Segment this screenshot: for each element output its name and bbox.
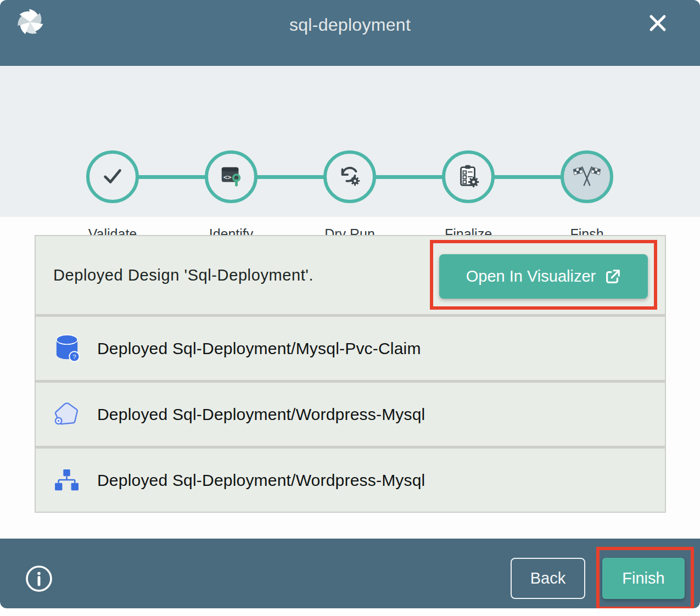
result-row-wordpress-mysql-component: Deployed Sql-Deployment/Wordpress-Mysql bbox=[36, 380, 665, 446]
database-icon: ? bbox=[54, 334, 80, 363]
result-item-text: Deployed Sql-Deployment/Mysql-Pvc-Claim bbox=[97, 339, 421, 358]
step-validate-design[interactable] bbox=[86, 150, 139, 203]
step-finalize-deployment[interactable] bbox=[442, 150, 495, 203]
finish-button[interactable]: Finish bbox=[602, 558, 685, 599]
svg-text:<>: <> bbox=[223, 173, 232, 181]
sitemap-hierarchy-icon bbox=[54, 469, 80, 492]
external-link-icon bbox=[604, 268, 621, 285]
back-button[interactable]: Back bbox=[511, 558, 585, 599]
step-dry-run[interactable] bbox=[323, 150, 376, 203]
code-config-icon: <> bbox=[219, 163, 244, 191]
check-icon bbox=[100, 163, 125, 191]
result-item-text: Deployed Sql-Deployment/Wordpress-Mysql bbox=[97, 471, 425, 490]
close-icon[interactable] bbox=[646, 12, 669, 35]
open-in-visualizer-label: Open In Visualizer bbox=[466, 267, 596, 285]
info-icon[interactable] bbox=[25, 564, 53, 593]
open-in-visualizer-button[interactable]: Open In Visualizer bbox=[439, 254, 648, 299]
step-identify-environments[interactable]: <> bbox=[205, 150, 257, 203]
result-row-wordpress-mysql-hierarchy: Deployed Sql-Deployment/Wordpress-Mysql bbox=[36, 446, 665, 512]
modal-header: sql-deployment bbox=[0, 0, 700, 66]
svg-text:?: ? bbox=[72, 353, 76, 360]
wizard-stepper: <> bbox=[0, 66, 700, 217]
pentagon-component-icon bbox=[54, 402, 80, 427]
result-row-mysql-pvc-claim: ? Deployed Sql-Deployment/Mysql-Pvc-Clai… bbox=[36, 314, 665, 380]
result-item-text: Deployed Sql-Deployment/Wordpress-Mysql bbox=[97, 405, 425, 424]
meshery-logo-icon bbox=[15, 7, 45, 37]
modal-footer bbox=[0, 539, 700, 608]
dry-run-sync-gear-icon bbox=[337, 163, 362, 191]
clipboard-gear-icon bbox=[456, 163, 481, 191]
modal-title: sql-deployment bbox=[0, 0, 700, 49]
step-finish[interactable] bbox=[561, 150, 613, 203]
deployment-wizard-modal: sql-deployment bbox=[0, 0, 700, 608]
checkered-flags-icon bbox=[572, 160, 602, 193]
deployed-design-message: Deployed Design 'Sql-Deployment'. bbox=[53, 266, 313, 284]
